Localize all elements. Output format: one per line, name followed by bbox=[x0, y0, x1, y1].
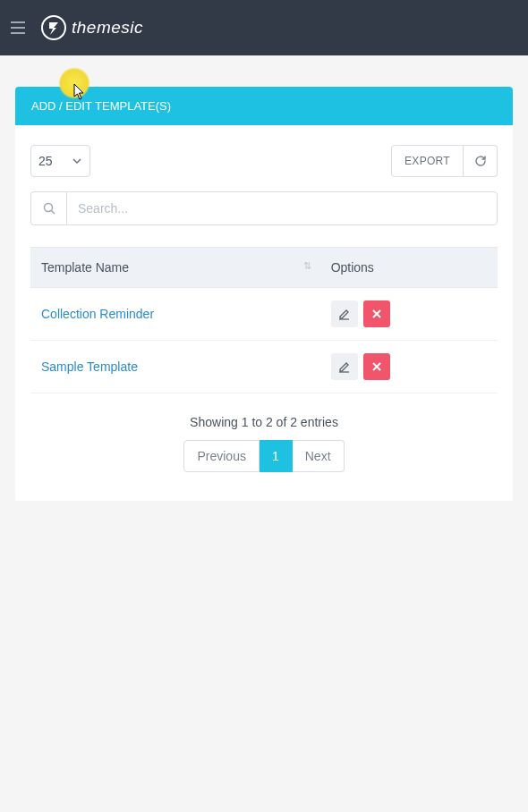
edit-button[interactable] bbox=[331, 353, 358, 380]
panel-title: ADD / EDIT TEMPLATE(S) bbox=[31, 99, 171, 113]
page-length-select[interactable]: 25 bbox=[30, 145, 90, 177]
entries-info: Showing 1 to 2 of 2 entries bbox=[15, 415, 513, 429]
edit-button[interactable] bbox=[331, 300, 358, 327]
cursor-pointer-icon bbox=[73, 83, 86, 101]
svg-rect-0 bbox=[11, 21, 25, 23]
pagination-previous[interactable]: Previous bbox=[183, 440, 259, 472]
column-header-name[interactable]: Template Name bbox=[30, 248, 320, 288]
templates-table-wrap: Template Name Options Collection Reminde… bbox=[15, 240, 513, 393]
search-icon bbox=[30, 191, 66, 225]
pagination-next[interactable]: Next bbox=[293, 440, 345, 472]
menu-toggle-button[interactable] bbox=[11, 21, 25, 34]
column-header-options: Options bbox=[320, 248, 498, 288]
toolbar: 25 EXPORT bbox=[15, 125, 513, 191]
add-edit-templates-button[interactable]: ADD / EDIT TEMPLATE(S) bbox=[15, 87, 513, 125]
delete-button[interactable] bbox=[363, 300, 390, 327]
refresh-icon bbox=[474, 155, 487, 167]
table-row: Sample Template bbox=[30, 341, 498, 393]
cursor-highlight bbox=[58, 67, 90, 99]
svg-line-5 bbox=[51, 211, 55, 215]
export-label: EXPORT bbox=[405, 155, 450, 167]
delete-button[interactable] bbox=[363, 353, 390, 380]
row-actions bbox=[331, 300, 487, 327]
edit-icon bbox=[338, 361, 350, 373]
templates-table: Template Name Options Collection Reminde… bbox=[30, 247, 498, 393]
search-row bbox=[15, 191, 513, 240]
pagination-page-1[interactable]: 1 bbox=[260, 440, 293, 472]
templates-panel: ADD / EDIT TEMPLATE(S) 25 EXPORT bbox=[15, 87, 513, 501]
page-length-wrap: 25 bbox=[30, 145, 90, 177]
brand-logo[interactable]: themesic bbox=[41, 15, 143, 40]
template-name-link[interactable]: Collection Reminder bbox=[41, 307, 154, 321]
svg-rect-2 bbox=[11, 32, 25, 34]
table-row: Collection Reminder bbox=[30, 288, 498, 341]
toolbar-right: EXPORT bbox=[391, 145, 498, 177]
refresh-button[interactable] bbox=[464, 145, 498, 177]
top-bar: themesic bbox=[0, 0, 528, 55]
search-input[interactable] bbox=[66, 191, 498, 225]
template-name-link[interactable]: Sample Template bbox=[41, 359, 138, 374]
brand-logo-icon bbox=[41, 15, 66, 40]
pagination: Previous 1 Next bbox=[183, 440, 344, 472]
close-icon bbox=[372, 309, 381, 318]
brand-name: themesic bbox=[72, 18, 143, 38]
export-button[interactable]: EXPORT bbox=[391, 145, 464, 177]
svg-point-4 bbox=[44, 204, 52, 212]
row-actions bbox=[331, 353, 487, 380]
svg-rect-1 bbox=[11, 27, 25, 29]
table-footer: Showing 1 to 2 of 2 entries Previous 1 N… bbox=[15, 393, 513, 501]
main-content: ADD / EDIT TEMPLATE(S) 25 EXPORT bbox=[0, 55, 528, 501]
edit-icon bbox=[338, 309, 350, 320]
close-icon bbox=[372, 362, 381, 371]
